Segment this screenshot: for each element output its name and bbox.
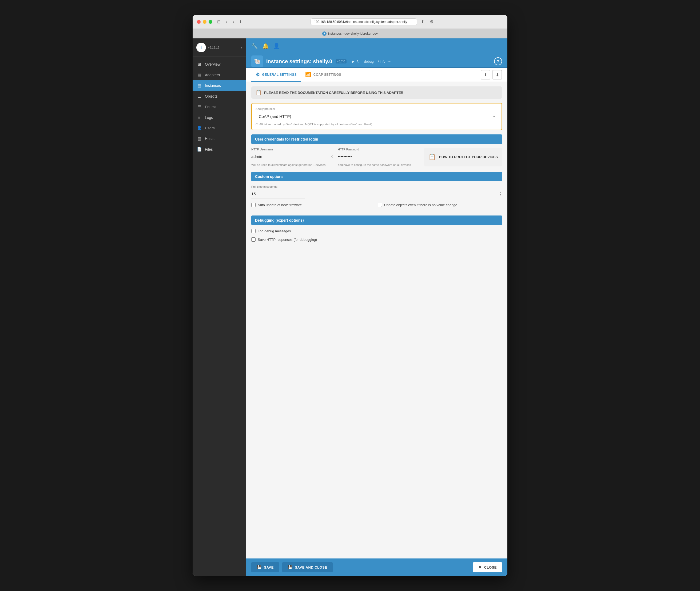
save-responses-checkbox[interactable]	[251, 237, 256, 242]
username-hint: Will be used to authenticate against gen…	[251, 163, 333, 167]
sidebar-item-label: Instances	[205, 83, 221, 88]
share-btn[interactable]: ⬆	[419, 18, 426, 25]
save-label: SAVE	[264, 566, 274, 570]
app-body: i v6.13.15 ‹ ⊞ Overview ▤ Adapters ▤ Ins…	[193, 39, 507, 576]
info-btn[interactable]: ℹ	[238, 18, 243, 25]
protect-devices-card[interactable]: 📋 HOW TO PROTECT YOUR DEVICES	[424, 148, 502, 167]
save-responses-row: Save HTTP responses (for debugging)	[251, 237, 502, 242]
main-content: 🔧 🔔 👤 🐚 Instance settings: shelly.0 v8.7…	[246, 39, 507, 576]
sidebar-collapse-btn[interactable]: ‹	[241, 45, 242, 50]
traffic-lights	[197, 20, 212, 24]
settings-btn[interactable]: ⚙	[428, 18, 435, 25]
nav-controls: ⊞ ‹ › ℹ	[215, 18, 243, 25]
debugging-section: Debugging (expert options) Log debug mes…	[251, 215, 502, 242]
sidebar-item-instances[interactable]: ▤ Instances	[193, 80, 246, 91]
sidebar-item-logs[interactable]: ≡ Logs	[193, 112, 246, 123]
maximize-traffic-light[interactable]	[209, 20, 212, 24]
sidebar-item-label: Files	[205, 147, 213, 151]
username-input[interactable]	[251, 152, 333, 161]
username-clear-icon[interactable]: ✕	[330, 154, 333, 159]
protocol-section: Shelly protocol CoAP (and HTTP) MQTT ▼ C…	[251, 103, 502, 130]
sidebar-item-adapters[interactable]: ▤ Adapters	[193, 70, 246, 80]
address-input[interactable]	[311, 18, 417, 25]
auto-update-row: Auto update of new firmware	[251, 203, 376, 207]
browser-tab-bar: ⚙ instances - dev-shelly-iobroker-dev	[193, 29, 507, 39]
edit-icon[interactable]: ✏	[388, 60, 391, 63]
log-debug-row: Log debug messages	[251, 229, 502, 233]
sidebar-item-overview[interactable]: ⊞ Overview	[193, 59, 246, 70]
instances-icon: ▤	[197, 83, 202, 88]
poll-time-input[interactable]	[251, 189, 305, 198]
tab-general-label: GENERAL SETTINGS	[262, 73, 297, 76]
bell-icon[interactable]: 🔔	[262, 43, 269, 49]
instance-version-badge: v8.7.0	[336, 59, 347, 63]
sidebar-item-label: Enums	[205, 105, 216, 109]
logs-icon: ≡	[197, 115, 202, 120]
mac-window: ⊞ ‹ › ℹ ⬆ ⚙ ⚙ instances - dev-shelly-iob…	[193, 15, 507, 576]
username-label: HTTP Username	[251, 148, 333, 151]
close-x-icon: ✕	[478, 565, 482, 570]
poll-decrement-btn[interactable]: ▼	[499, 194, 502, 196]
download-button[interactable]: ⬇	[493, 70, 502, 79]
sidebar-item-label: Objects	[205, 94, 217, 98]
settings-tabs: ⚙ GENERAL SETTINGS 📶 COAP SETTINGS ⬆ ⬇	[246, 68, 507, 82]
minimize-traffic-light[interactable]	[203, 20, 206, 24]
save-button[interactable]: 💾 SAVE	[251, 562, 279, 572]
files-icon: 📄	[197, 147, 202, 152]
back-btn[interactable]: ‹	[225, 18, 229, 25]
settings-footer: 💾 SAVE 💾 SAVE AND CLOSE ✕ CLOSE	[246, 559, 507, 576]
log-debug-checkbox[interactable]	[251, 229, 256, 233]
sidebar-logo-area: i v6.13.15 ‹	[193, 39, 246, 57]
tab-coap-settings[interactable]: 📶 COAP SETTINGS	[301, 68, 345, 82]
save-close-icon: 💾	[288, 565, 293, 570]
sidebar-item-objects[interactable]: ☰ Objects	[193, 91, 246, 102]
refresh-icon[interactable]: ↻	[357, 60, 360, 63]
tab-favicon: ⚙	[322, 31, 326, 36]
doc-icon: 📋	[256, 89, 261, 95]
adapters-icon: ▤	[197, 73, 202, 77]
username-field-group: HTTP Username ✕ Will be used to authenti…	[251, 148, 333, 167]
save-and-close-button[interactable]: 💾 SAVE AND CLOSE	[282, 562, 333, 572]
debugging-section-header: Debugging (expert options)	[251, 215, 502, 225]
person-icon[interactable]: 👤	[273, 43, 280, 49]
protocol-label: Shelly protocol	[256, 107, 498, 111]
protocol-select[interactable]: CoAP (and HTTP) MQTT	[256, 112, 498, 121]
sidebar-nav: ⊞ Overview ▤ Adapters ▤ Instances ☰ Obje…	[193, 57, 246, 576]
sidebar-item-users[interactable]: 👤 Users	[193, 123, 246, 133]
credentials-section: User credentials for restricted login HT…	[251, 134, 502, 167]
doc-banner[interactable]: 📋 PLEASE READ THE DOCUMENTATION CAREFULL…	[251, 86, 502, 99]
app-logo: i	[196, 43, 206, 52]
password-field-group: HTTP Password You have to configure the …	[338, 148, 420, 167]
options-checkboxes: Auto update of new firmware Update objec…	[251, 203, 502, 210]
instance-avatar: 🐚	[251, 56, 263, 67]
tab-general-settings[interactable]: ⚙ GENERAL SETTINGS	[251, 68, 301, 82]
close-traffic-light[interactable]	[197, 20, 201, 24]
wrench-icon[interactable]: 🔧	[251, 43, 258, 49]
doc-banner-text: PLEASE READ THE DOCUMENTATION CAREFULLY …	[264, 91, 403, 95]
password-label: HTTP Password	[338, 148, 420, 151]
help-button[interactable]: ?	[494, 57, 502, 65]
poll-time-label: Poll time in seconds	[251, 185, 502, 188]
update-objects-label: Update objects even if there is no value…	[384, 203, 457, 207]
log-debug-label: Log debug messages	[258, 229, 291, 233]
upload-button[interactable]: ⬆	[481, 70, 490, 79]
save-responses-label: Save HTTP responses (for debugging)	[258, 238, 317, 242]
forward-btn[interactable]: ›	[231, 18, 236, 25]
poll-input-wrapper: ▲ ▼	[251, 189, 502, 198]
sidebar-item-files[interactable]: 📄 Files	[193, 144, 246, 155]
sidebar-item-hosts[interactable]: ▤ Hosts	[193, 133, 246, 144]
auto-update-checkbox[interactable]	[251, 203, 256, 207]
play-icon[interactable]: ▶	[352, 60, 355, 63]
password-input[interactable]	[338, 152, 420, 161]
users-icon: 👤	[197, 126, 202, 130]
address-bar: ⬆ ⚙	[243, 18, 503, 25]
close-button[interactable]: ✕ CLOSE	[473, 562, 502, 572]
sidebar-toggle-btn[interactable]: ⊞	[215, 18, 222, 25]
objects-icon: ☰	[197, 94, 202, 99]
sidebar-item-enums[interactable]: ☰ Enums	[193, 102, 246, 112]
poll-spinner: ▲ ▼	[499, 192, 502, 196]
instance-header: 🐚 Instance settings: shelly.0 v8.7.0 ▶ ↻…	[246, 53, 507, 68]
username-input-wrapper: ✕	[251, 152, 333, 161]
update-objects-checkbox[interactable]	[378, 203, 382, 207]
top-toolbar: 🔧 🔔 👤	[246, 39, 507, 53]
